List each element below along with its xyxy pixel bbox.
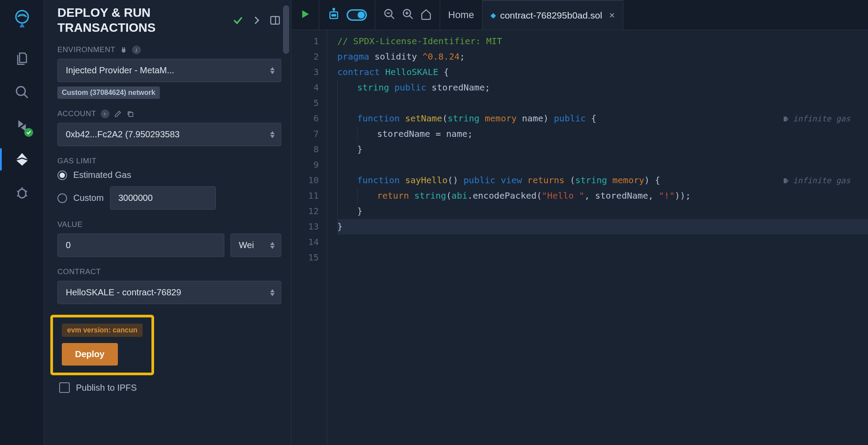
panel-header-actions xyxy=(232,14,281,26)
publish-ipfs-row[interactable]: Publish to IPFS xyxy=(59,382,281,393)
play-icon[interactable] xyxy=(299,8,311,22)
publish-ipfs-checkbox[interactable] xyxy=(59,382,70,393)
code-line[interactable]: storedName = name; xyxy=(337,126,868,142)
zoom-in-icon[interactable] xyxy=(402,8,414,22)
plug-icon[interactable] xyxy=(120,46,128,54)
run-segment xyxy=(291,0,319,30)
code-line[interactable]: } xyxy=(337,204,868,219)
remix-logo[interactable] xyxy=(11,8,33,29)
svg-marker-3 xyxy=(16,153,28,159)
value-amount-input[interactable]: 0 xyxy=(57,234,224,257)
close-icon[interactable]: × xyxy=(609,10,615,21)
svg-marker-16 xyxy=(270,71,275,74)
code-line[interactable]: return string(abi.encodePacked("Hello ",… xyxy=(337,188,868,204)
files-icon[interactable] xyxy=(14,50,30,67)
svg-point-27 xyxy=(334,14,336,16)
gas-hint: infinite gas xyxy=(782,173,850,188)
account-label: ACCOUNT + xyxy=(57,109,281,118)
gas-hint: infinite gas xyxy=(782,111,850,126)
gas-estimated-label: Estimated Gas xyxy=(73,170,131,180)
deploy-button[interactable]: Deploy xyxy=(62,343,118,366)
panel-title: DEPLOY & RUN TRANSACTIONS xyxy=(57,5,232,35)
deploy-panel: DEPLOY & RUN TRANSACTIONS ENVIRONMENT i … xyxy=(44,0,291,445)
publish-ipfs-label: Publish to IPFS xyxy=(76,383,137,393)
code-line[interactable] xyxy=(337,95,868,111)
code-content[interactable]: // SPDX-License-Identifier: MITpragma so… xyxy=(329,30,868,445)
evm-version-badge: evm version: cancun xyxy=(62,324,143,337)
panel-layout-icon[interactable] xyxy=(269,14,281,26)
compiler-icon[interactable] xyxy=(14,117,30,134)
svg-rect-17 xyxy=(129,113,133,117)
svg-marker-22 xyxy=(270,289,275,292)
add-account-icon[interactable]: + xyxy=(101,109,109,118)
copy-icon[interactable] xyxy=(126,110,134,118)
environment-select[interactable]: Injected Provider - MetaM... xyxy=(57,59,281,82)
gas-estimated-radio[interactable] xyxy=(57,170,67,180)
value-label: VALUE xyxy=(57,220,281,229)
value-unit-select[interactable]: Wei xyxy=(230,234,281,257)
spinner-icon xyxy=(268,129,276,140)
svg-point-1 xyxy=(16,87,25,95)
svg-marker-23 xyxy=(270,293,275,296)
svg-line-8 xyxy=(25,191,27,192)
contract-select[interactable]: HelloSKALE - contract-76829 xyxy=(57,281,281,304)
svg-marker-20 xyxy=(270,242,275,245)
code-line[interactable]: // SPDX-License-Identifier: MIT xyxy=(337,34,868,49)
editor-header: Home ◆ contract-768295b0ad.sol × xyxy=(291,0,868,30)
account-select[interactable]: 0xb42...Fc2A2 (7.950293583 xyxy=(57,123,281,146)
code-line[interactable]: } xyxy=(337,142,868,157)
contract-label: CONTRACT xyxy=(57,268,281,276)
deploy-icon[interactable] xyxy=(14,151,30,168)
deploy-highlight: evm version: cancun Deploy xyxy=(50,315,154,375)
ai-segment xyxy=(319,0,375,30)
solidity-file-icon: ◆ xyxy=(491,11,496,19)
svg-point-5 xyxy=(18,189,26,198)
tab-contract-file[interactable]: ◆ contract-768295b0ad.sol × xyxy=(483,0,623,30)
code-line[interactable]: } xyxy=(337,219,868,234)
svg-rect-38 xyxy=(784,178,787,183)
svg-line-32 xyxy=(391,15,394,19)
code-line[interactable]: function sayHello() public view returns … xyxy=(337,173,868,188)
svg-marker-15 xyxy=(270,67,275,70)
account-group: ACCOUNT + 0xb42...Fc2A2 (7.950293583 xyxy=(57,109,281,146)
home-icon xyxy=(420,8,432,22)
code-line[interactable]: contract HelloSKALE { xyxy=(337,64,868,80)
code-line[interactable]: pragma solidity ^0.8.24; xyxy=(337,49,868,64)
gas-limit-group: GAS LIMIT Estimated Gas Custom 3000000 xyxy=(57,157,281,210)
editor-area: Home ◆ contract-768295b0ad.sol × 1234567… xyxy=(291,0,868,445)
spinner-icon xyxy=(268,240,276,251)
gas-limit-label: GAS LIMIT xyxy=(57,157,281,166)
chevron-right-icon[interactable] xyxy=(250,14,263,26)
code-line[interactable] xyxy=(337,157,868,173)
code-editor[interactable]: 123456789101112131415 // SPDX-License-Id… xyxy=(291,30,868,445)
robot-icon[interactable] xyxy=(327,8,340,23)
zoom-out-icon[interactable] xyxy=(383,8,396,22)
gas-custom-input[interactable]: 3000000 xyxy=(110,186,216,210)
gas-custom-label: Custom xyxy=(73,193,104,203)
icon-sidebar xyxy=(0,0,44,445)
tab-home[interactable]: Home xyxy=(440,0,483,30)
svg-point-26 xyxy=(332,14,334,16)
environment-group: ENVIRONMENT i Injected Provider - MetaM.… xyxy=(57,45,281,99)
panel-header: DEPLOY & RUN TRANSACTIONS xyxy=(57,5,281,35)
svg-marker-21 xyxy=(270,246,275,249)
ai-toggle[interactable] xyxy=(347,9,367,21)
svg-line-9 xyxy=(17,196,19,196)
debugger-icon[interactable] xyxy=(14,185,30,201)
info-icon[interactable]: i xyxy=(132,45,141,54)
svg-marker-19 xyxy=(270,135,275,138)
gas-estimated-row[interactable]: Estimated Gas xyxy=(57,170,281,180)
environment-label: ENVIRONMENT i xyxy=(57,45,281,54)
svg-marker-18 xyxy=(270,131,275,134)
svg-line-36 xyxy=(410,15,413,19)
gas-custom-row[interactable]: Custom 3000000 xyxy=(57,186,281,210)
contract-group: CONTRACT HelloSKALE - contract-76829 xyxy=(57,268,281,304)
svg-line-7 xyxy=(17,191,19,192)
svg-rect-13 xyxy=(122,47,123,49)
code-line[interactable]: string public storedName; xyxy=(337,80,868,95)
check-icon[interactable] xyxy=(232,14,244,26)
code-line[interactable]: function setName(string memory name) pub… xyxy=(337,111,868,126)
gas-custom-radio[interactable] xyxy=(57,193,67,203)
search-icon[interactable] xyxy=(14,84,30,101)
edit-icon[interactable] xyxy=(114,110,122,118)
